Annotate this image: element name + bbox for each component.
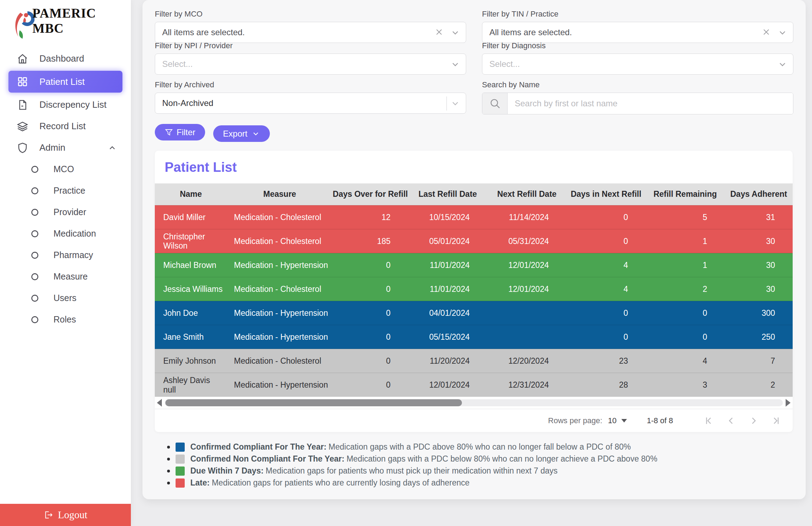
column-header: Refill Remaining <box>646 183 725 205</box>
table-cell: 12/01/2024 <box>487 277 566 301</box>
sidebar-item-record-list[interactable]: Record List <box>0 115 131 137</box>
table-row[interactable]: David MillerMedication - Cholesterol1210… <box>155 205 793 229</box>
column-header: Measure <box>227 183 332 205</box>
table-cell: Medication - Cholesterol <box>227 229 332 253</box>
filter-tin-select[interactable]: All items are selected. <box>482 22 793 43</box>
sidebar-item-dashboard[interactable]: Dashboard <box>0 48 131 69</box>
circle-icon <box>30 229 39 238</box>
column-header: Days in Next Refill <box>566 183 646 205</box>
rows-per-page-value: 10 <box>608 416 616 425</box>
table-cell: 7 <box>725 349 793 373</box>
sidebar-item-admin[interactable]: Admin <box>0 137 131 158</box>
legend-color-swatch <box>176 443 185 452</box>
filter-archived-select[interactable]: Non-Archived <box>155 93 466 114</box>
scrollbar-track[interactable] <box>165 399 783 406</box>
table-cell: 12 <box>332 205 408 229</box>
rows-per-page-select[interactable]: 10 <box>608 416 627 425</box>
table-cell: 23 <box>566 349 646 373</box>
sidebar-subitem-mco[interactable]: MCO <box>0 158 131 180</box>
chevron-down-icon[interactable] <box>778 60 787 69</box>
table-row[interactable]: Jane SmithMedication - Hypertension005/1… <box>155 325 793 349</box>
table-row[interactable]: Michael BrownMedication - Hypertension01… <box>155 253 793 277</box>
table-cell: 0 <box>566 301 646 325</box>
sidebar-subitem-roles[interactable]: Roles <box>0 309 131 330</box>
filter-diagnosis-placeholder: Select... <box>489 59 520 69</box>
chevron-down-icon[interactable] <box>450 28 460 38</box>
table-cell: 250 <box>725 325 793 349</box>
legend-text: Confirmed Non Compliant For The Year:Med… <box>190 454 657 464</box>
circle-icon <box>30 165 39 174</box>
patient-list-title: Patient List <box>155 151 793 183</box>
first-page-icon[interactable] <box>703 415 714 426</box>
sidebar-subitem-measure[interactable]: Measure <box>0 266 131 287</box>
table-row[interactable]: Jessica WilliamsMedication - Cholesterol… <box>155 277 793 301</box>
filter-diagnosis-field: Filter by Diagnosis Select... <box>482 41 793 75</box>
column-header: Days Adherent <box>725 183 793 205</box>
sidebar-subitem-practice[interactable]: Practice <box>0 180 131 201</box>
filter-diagnosis-select[interactable]: Select... <box>482 54 793 75</box>
previous-page-icon[interactable] <box>726 415 736 426</box>
export-button[interactable]: Export <box>213 125 270 142</box>
sidebar-subitem-medication[interactable]: Medication <box>0 223 131 244</box>
table-cell: 1 <box>646 229 725 253</box>
filter-button[interactable]: Filter <box>155 124 205 140</box>
scroll-right-arrow-icon[interactable] <box>786 399 791 407</box>
grid-icon <box>17 76 28 87</box>
table-cell: 05/31/2024 <box>487 229 566 253</box>
main-content: Filter by MCO All items are selected. Fi… <box>142 0 806 499</box>
admin-submenu: MCO Practice Provider Medication Pharmac… <box>0 158 131 330</box>
scrollbar-thumb[interactable] <box>165 399 462 406</box>
search-label: Search by Name <box>482 80 793 89</box>
next-page-icon[interactable] <box>748 415 759 426</box>
clear-icon[interactable] <box>761 27 771 37</box>
clear-icon[interactable] <box>434 27 444 37</box>
filter-mco-select[interactable]: All items are selected. <box>155 22 466 43</box>
chevron-down-icon[interactable] <box>450 60 460 69</box>
table-cell: 0 <box>332 373 408 397</box>
filter-archived-label: Filter by Archived <box>155 80 466 89</box>
sidebar-subitem-provider[interactable]: Provider <box>0 201 131 223</box>
table-row[interactable]: Ashley Davis nullMedication - Hypertensi… <box>155 373 793 397</box>
export-button-label: Export <box>223 129 247 139</box>
search-input[interactable] <box>508 93 793 114</box>
scroll-left-arrow-icon[interactable] <box>157 399 162 407</box>
filter-tin-label: Filter by TIN / Practice <box>482 10 793 19</box>
table-row[interactable]: John DoeMedication - Hypertension004/01/… <box>155 301 793 325</box>
table-cell: 12/31/2024 <box>487 373 566 397</box>
sidebar-subitem-label: Pharmacy <box>53 250 93 260</box>
table-cell: Jane Smith <box>155 325 227 349</box>
table-cell: Christopher Wilson <box>155 229 227 253</box>
table-cell: Ashley Davis null <box>155 373 227 397</box>
last-page-icon[interactable] <box>771 415 781 426</box>
legend-item: Due Within 7 Days:Medication gaps for pa… <box>167 466 657 476</box>
table-cell: Emily Johnson <box>155 349 227 373</box>
filter-npi-select[interactable]: Select... <box>155 54 466 75</box>
chevron-down-icon[interactable] <box>450 99 460 108</box>
chevron-down-icon[interactable] <box>778 28 787 38</box>
filter-mco-value: All items are selected. <box>162 27 245 37</box>
table-cell: 04/01/2024 <box>408 301 487 325</box>
logout-button[interactable]: Logout <box>0 504 131 526</box>
pagination-controls <box>691 415 781 426</box>
table-cell: David Miller <box>155 205 227 229</box>
circle-icon <box>30 208 39 217</box>
table-row[interactable]: Emily JohnsonMedication - Cholesterol011… <box>155 349 793 373</box>
circle-icon <box>30 272 39 281</box>
table-cell: 3 <box>646 373 725 397</box>
table-cell: 2 <box>646 277 725 301</box>
filter-archived-value: Non-Archived <box>162 98 213 108</box>
search-icon-segment <box>482 93 508 114</box>
sidebar-item-patient-list[interactable]: Patient List <box>8 71 122 93</box>
table-cell: 11/01/2024 <box>408 277 487 301</box>
sidebar-subitem-pharmacy[interactable]: Pharmacy <box>0 244 131 266</box>
sidebar-item-label: Dashboard <box>39 53 84 64</box>
sidebar-subitem-users[interactable]: Users <box>0 287 131 309</box>
table-row[interactable]: Christopher WilsonMedication - Cholester… <box>155 229 793 253</box>
sidebar-item-discrepency-list[interactable]: Discrepency List <box>0 94 131 115</box>
table-cell: 30 <box>725 253 793 277</box>
table-cell: Medication - Hypertension <box>227 373 332 397</box>
table-cell: John Doe <box>155 301 227 325</box>
filter-tin-value: All items are selected. <box>489 27 572 37</box>
table-cell: 11/14/2024 <box>487 205 566 229</box>
table-cell: 0 <box>566 205 646 229</box>
